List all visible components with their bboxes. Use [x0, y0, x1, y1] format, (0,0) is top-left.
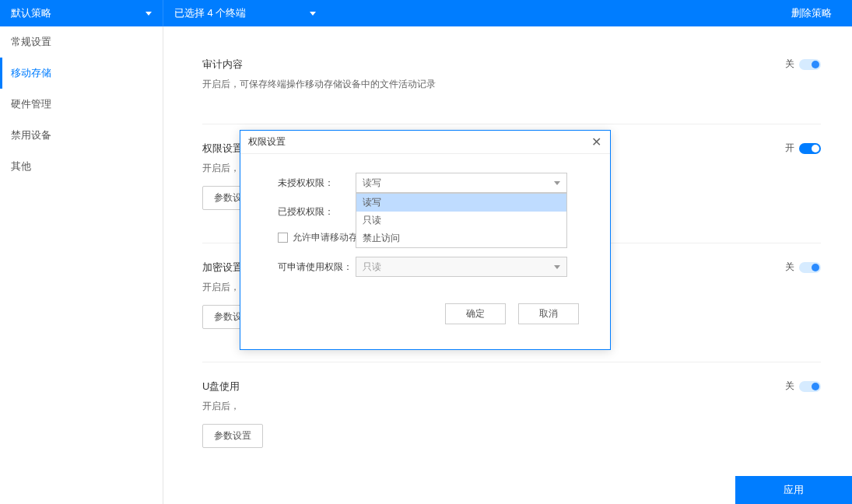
sidebar-item-label: 硬件管理 — [11, 97, 51, 111]
section-title: 权限设置 — [202, 142, 243, 156]
encrypt-toggle[interactable] — [799, 262, 821, 273]
delete-policy-label: 删除策略 — [791, 6, 832, 20]
dropdown-list: 读写 只读 禁止访问 — [356, 193, 567, 248]
section-title: U盘使用 — [202, 380, 240, 394]
policy-dropdown-label: 默认策略 — [11, 6, 51, 20]
divider — [202, 362, 821, 362]
sidebar-item-hardware[interactable]: 硬件管理 — [0, 89, 163, 120]
close-icon: ✕ — [591, 135, 601, 149]
audit-toggle[interactable] — [799, 59, 821, 70]
permission-settings-modal: 权限设置 ✕ 未授权权限： 读写 读写 只读 禁止访问 已授权权限： 允许申请移… — [240, 130, 611, 350]
cancel-button[interactable]: 取消 — [518, 303, 579, 324]
terminal-dropdown[interactable]: 已选择 4 个终端 — [163, 0, 327, 26]
sidebar-item-removable-storage[interactable]: 移动存储 — [0, 58, 163, 89]
form-row-unauthorized: 未授权权限： 读写 读写 只读 禁止访问 — [278, 173, 579, 193]
modal-close-button[interactable]: ✕ — [590, 136, 602, 149]
section-audit: 审计内容 关 开启后，可保存终端操作移动存储设备中的文件活动记录 — [202, 58, 821, 91]
section-title: 审计内容 — [202, 58, 243, 72]
modal-title: 权限设置 — [248, 135, 286, 149]
section-title: 加密设置 — [202, 261, 243, 275]
sidebar: 常规设置 移动存储 硬件管理 禁用设备 其他 — [0, 26, 163, 504]
chevron-down-icon — [554, 265, 560, 269]
toggle-wrap: 关 — [785, 58, 821, 71]
policy-dropdown[interactable]: 默认策略 — [0, 0, 163, 26]
toggle-label: 开 — [785, 142, 794, 155]
sidebar-item-label: 禁用设备 — [11, 128, 51, 142]
sidebar-item-label: 移动存储 — [11, 66, 51, 80]
toggle-label: 关 — [785, 261, 794, 274]
form-row-applicable: 可申请使用权限： 只读 — [278, 257, 579, 277]
caret-down-icon — [310, 12, 316, 16]
form-label: 未授权权限： — [278, 177, 356, 190]
chevron-down-icon — [554, 181, 560, 185]
usb-toggle[interactable] — [799, 381, 821, 392]
param-settings-button[interactable]: 参数设置 — [202, 424, 263, 448]
select-value: 只读 — [363, 261, 381, 274]
dropdown-item-readonly[interactable]: 只读 — [356, 212, 566, 229]
sidebar-item-disable-device[interactable]: 禁用设备 — [0, 120, 163, 151]
sidebar-item-general[interactable]: 常规设置 — [0, 26, 163, 58]
section-desc: 开启后， — [202, 400, 821, 413]
sidebar-item-other[interactable]: 其他 — [0, 151, 163, 182]
dropdown-item-deny[interactable]: 禁止访问 — [356, 229, 566, 247]
approval-checkbox[interactable] — [278, 233, 288, 243]
select-value: 读写 — [363, 177, 381, 190]
unauthorized-select[interactable]: 读写 读写 只读 禁止访问 — [356, 173, 567, 193]
dropdown-item-readwrite[interactable]: 读写 — [356, 194, 566, 212]
ok-button[interactable]: 确定 — [445, 303, 506, 324]
modal-header: 权限设置 ✕ — [240, 131, 610, 154]
header-spacer — [327, 0, 770, 26]
form-label: 可申请使用权限： — [278, 261, 356, 274]
delete-policy-button[interactable]: 删除策略 — [770, 0, 852, 26]
applicable-select[interactable]: 只读 — [356, 257, 567, 277]
apply-button[interactable]: 应用 — [735, 476, 852, 504]
modal-footer: 确定 取消 — [240, 289, 610, 324]
section-usb: U盘使用 关 开启后， 参数设置 — [202, 380, 821, 448]
toggle-label: 关 — [785, 380, 794, 393]
caret-down-icon — [146, 12, 152, 16]
top-header: 默认策略 已选择 4 个终端 删除策略 — [0, 0, 852, 26]
form-label: 已授权权限： — [278, 205, 356, 219]
divider — [202, 124, 821, 124]
footer: 应用 — [163, 476, 852, 504]
terminal-dropdown-label: 已选择 4 个终端 — [174, 6, 246, 20]
modal-body: 未授权权限： 读写 读写 只读 禁止访问 已授权权限： 允许申请移动存储使用审批… — [240, 154, 610, 277]
toggle-label: 关 — [785, 58, 794, 71]
sidebar-item-label: 其他 — [11, 159, 31, 173]
permission-toggle[interactable] — [799, 143, 821, 154]
section-desc: 开启后，可保存终端操作移动存储设备中的文件活动记录 — [202, 78, 821, 91]
sidebar-item-label: 常规设置 — [11, 35, 51, 49]
